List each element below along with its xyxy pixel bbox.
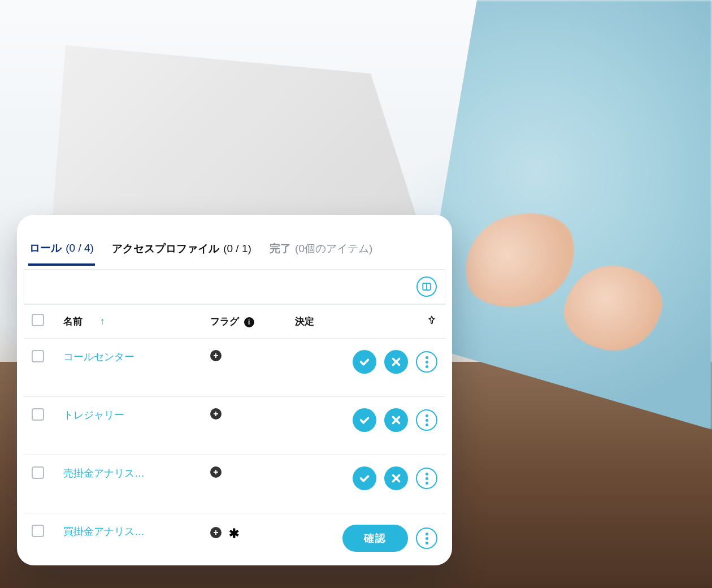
columns-icon — [422, 282, 432, 292]
plus-icon — [212, 410, 219, 417]
tab-completed[interactable]: 完了 (0個のアイテム) — [268, 238, 374, 264]
columns-button[interactable] — [416, 276, 437, 297]
row-checkbox[interactable] — [32, 466, 44, 479]
approve-button[interactable] — [353, 408, 376, 432]
check-icon — [358, 472, 371, 485]
x-icon — [390, 414, 402, 426]
table-header-row: 名前 ↑ フラグ i 決定 — [24, 305, 445, 339]
check-icon — [358, 356, 371, 368]
table-toolbar — [24, 269, 445, 304]
flag-asterisk-icon: ✱ — [229, 526, 239, 541]
kebab-icon — [426, 533, 428, 544]
row-actions-menu[interactable] — [416, 409, 437, 431]
add-flag-button[interactable] — [210, 350, 222, 361]
column-header-flag[interactable]: フラグ i — [205, 305, 289, 339]
add-flag-button[interactable] — [210, 527, 222, 538]
select-all-checkbox[interactable] — [32, 314, 44, 326]
reject-button[interactable] — [384, 408, 408, 432]
row-name-link[interactable]: 買掛金アナリス… — [63, 526, 145, 537]
row-actions-menu[interactable] — [416, 468, 437, 489]
column-header-decision: 決定 — [289, 305, 445, 339]
row-name-link[interactable]: コールセンター — [63, 351, 134, 362]
reject-button[interactable] — [384, 466, 408, 490]
row-actions-menu[interactable] — [416, 528, 437, 549]
row-actions-menu[interactable] — [416, 351, 437, 373]
column-header-flag-label: フラグ — [210, 316, 239, 327]
check-icon — [358, 414, 371, 426]
row-checkbox[interactable] — [32, 350, 44, 362]
x-icon — [390, 356, 402, 368]
x-icon — [390, 472, 402, 485]
pin-icon[interactable] — [427, 315, 436, 327]
tab-roles-count: (0 / 4) — [66, 242, 94, 254]
tab-roles[interactable]: ロール (0 / 4) — [28, 237, 95, 266]
row-name-link[interactable]: トレジャリー — [63, 409, 124, 421]
info-icon[interactable]: i — [244, 317, 254, 327]
confirm-button[interactable]: 確認 — [342, 525, 408, 552]
sort-ascending-icon: ↑ — [100, 315, 105, 327]
add-flag-button[interactable] — [210, 408, 222, 420]
plus-icon — [212, 529, 219, 536]
tab-access-profiles-count: (0 / 1) — [223, 243, 251, 254]
table-row: トレジャリー — [24, 397, 445, 455]
kebab-icon — [426, 414, 428, 426]
tab-roles-label: ロール — [29, 242, 62, 254]
reject-button[interactable] — [384, 350, 408, 374]
column-header-decision-label: 決定 — [295, 315, 314, 328]
roles-table: 名前 ↑ フラグ i 決定 — [24, 304, 445, 574]
add-flag-button[interactable] — [210, 466, 222, 478]
row-checkbox[interactable] — [32, 525, 44, 537]
approve-button[interactable] — [353, 350, 376, 374]
kebab-icon — [426, 356, 428, 368]
column-header-name-label: 名前 — [63, 316, 83, 327]
plus-icon — [212, 352, 219, 359]
tab-completed-count: (0個のアイテム) — [295, 243, 372, 254]
panel-card: ロール (0 / 4) アクセスプロファイル (0 / 1) 完了 (0個のアイ… — [17, 215, 452, 565]
tab-access-profiles[interactable]: アクセスプロファイル (0 / 1) — [111, 238, 253, 264]
row-name-link[interactable]: 売掛金アナリス… — [63, 468, 145, 479]
table-row: 買掛金アナリス… ✱ 確認 — [24, 513, 445, 575]
approve-button[interactable] — [353, 466, 376, 490]
kebab-icon — [426, 473, 428, 485]
tab-access-profiles-label: アクセスプロファイル — [112, 243, 219, 254]
table-row: コールセンター — [24, 339, 445, 397]
row-checkbox[interactable] — [32, 408, 44, 421]
plus-icon — [212, 469, 219, 475]
tabs: ロール (0 / 4) アクセスプロファイル (0 / 1) 完了 (0個のアイ… — [24, 237, 445, 269]
column-header-name[interactable]: 名前 ↑ — [58, 305, 205, 339]
table-row: 売掛金アナリス… — [24, 455, 445, 513]
tab-completed-label: 完了 — [270, 243, 291, 254]
